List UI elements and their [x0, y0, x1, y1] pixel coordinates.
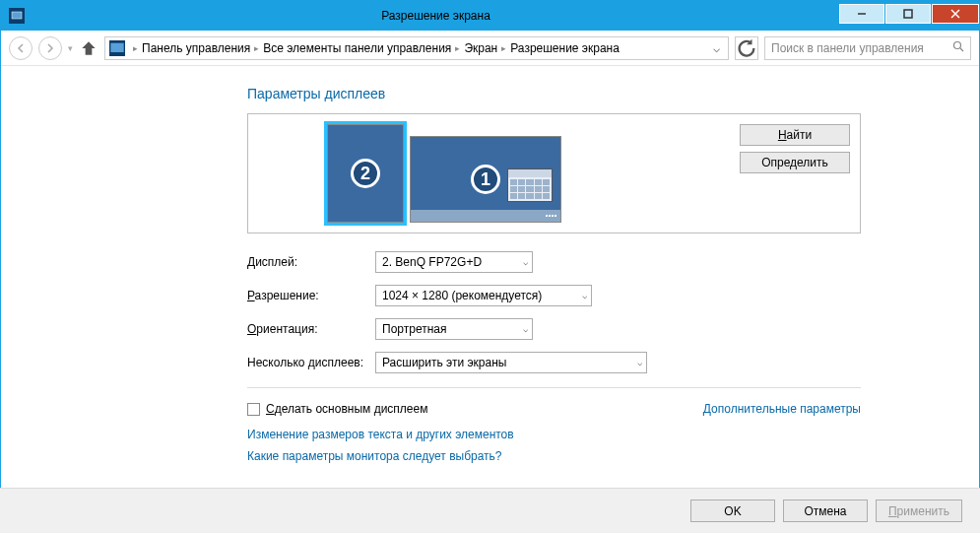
chevron-right-icon: ▸ [133, 43, 138, 53]
make-primary-label: Сделать основным дисплеем [266, 402, 427, 416]
find-button[interactable]: Найти [740, 124, 850, 146]
identify-button[interactable]: Определить [740, 152, 850, 173]
back-button[interactable] [9, 36, 33, 60]
advanced-settings-link[interactable]: Дополнительные параметры [703, 402, 861, 416]
navbar: ▾ ▸ Панель управления ▸ Все элементы пан… [1, 31, 979, 66]
svg-rect-0 [12, 12, 22, 19]
resolution-label: Разрешение: [247, 289, 375, 302]
minimize-button[interactable] [839, 4, 884, 24]
ok-button[interactable]: OK [690, 500, 775, 522]
resolution-value: 1024 × 1280 (рекомендуется) [382, 289, 542, 302]
page-heading: Параметры дисплеев [247, 86, 861, 101]
close-button[interactable] [932, 4, 979, 24]
chevron-right-icon: ▸ [254, 43, 259, 53]
breadcrumb-dropdown-icon[interactable]: ⌵ [708, 41, 724, 55]
svg-rect-2 [904, 10, 912, 18]
control-panel-icon [109, 40, 125, 56]
button-bar: OK Отмена Применить [0, 488, 980, 533]
app-icon [9, 8, 25, 24]
forward-button[interactable] [38, 36, 62, 60]
refresh-button[interactable] [735, 36, 758, 60]
chevron-down-icon: ⌵ [637, 358, 642, 367]
up-button[interactable] [79, 38, 98, 58]
window-title: Разрешение экрана [33, 9, 839, 23]
chevron-right-icon: ▸ [455, 43, 460, 53]
breadcrumb-item[interactable]: Экран [464, 41, 497, 55]
search-icon [952, 40, 964, 55]
chevron-down-icon: ⌵ [523, 324, 528, 334]
multiple-displays-label: Несколько дисплеев: [247, 356, 375, 369]
monitor-2[interactable]: 2 [327, 124, 404, 223]
monitor-1[interactable]: 1 [410, 136, 561, 223]
chevron-down-icon: ⌵ [523, 257, 528, 267]
monitor-badge: 1 [471, 165, 500, 194]
orientation-label: Ориентация: [247, 322, 375, 336]
display-combo[interactable]: 2. BenQ FP72G+D⌵ [375, 251, 533, 273]
preview-taskbar-icon [411, 210, 560, 222]
display-value: 2. BenQ FP72G+D [382, 255, 482, 269]
breadcrumb-item[interactable]: Панель управления [142, 41, 250, 55]
preview-window-icon [507, 168, 553, 202]
breadcrumb-item[interactable]: Все элементы панели управления [263, 41, 451, 55]
multiple-displays-combo[interactable]: Расширить эти экраны⌵ [375, 352, 647, 373]
chevron-right-icon: ▸ [501, 43, 506, 53]
svg-line-7 [960, 48, 963, 51]
history-dropdown-icon[interactable]: ▾ [68, 43, 73, 53]
breadcrumb[interactable]: ▸ Панель управления ▸ Все элементы панел… [104, 36, 729, 60]
search-placeholder: Поиск в панели управления [771, 41, 952, 55]
chevron-down-icon: ⌵ [582, 291, 587, 300]
make-primary-checkbox[interactable] [247, 403, 260, 416]
svg-rect-5 [110, 42, 123, 51]
resolution-combo[interactable]: 1024 × 1280 (рекомендуется)⌵ [375, 285, 592, 306]
multiple-displays-value: Расширить эти экраны [382, 356, 506, 369]
apply-button[interactable]: Применить [876, 500, 962, 522]
display-label: Дисплей: [247, 255, 375, 269]
help-link[interactable]: Какие параметры монитора следует выбрать… [247, 449, 861, 463]
orientation-value: Портретная [382, 322, 446, 336]
content: Параметры дисплеев 2 1 Найти Определить … [1, 66, 979, 463]
monitor-preview: 2 1 Найти Определить [247, 113, 861, 233]
monitor-badge: 2 [351, 159, 380, 188]
svg-point-6 [954, 42, 961, 49]
maximize-button[interactable] [885, 4, 931, 24]
titlebar: Разрешение экрана [1, 1, 979, 31]
text-size-link[interactable]: Изменение размеров текста и других элеме… [247, 428, 861, 441]
orientation-combo[interactable]: Портретная⌵ [375, 318, 533, 340]
cancel-button[interactable]: Отмена [783, 500, 868, 522]
breadcrumb-item[interactable]: Разрешение экрана [510, 41, 620, 55]
search-input[interactable]: Поиск в панели управления [764, 36, 971, 60]
